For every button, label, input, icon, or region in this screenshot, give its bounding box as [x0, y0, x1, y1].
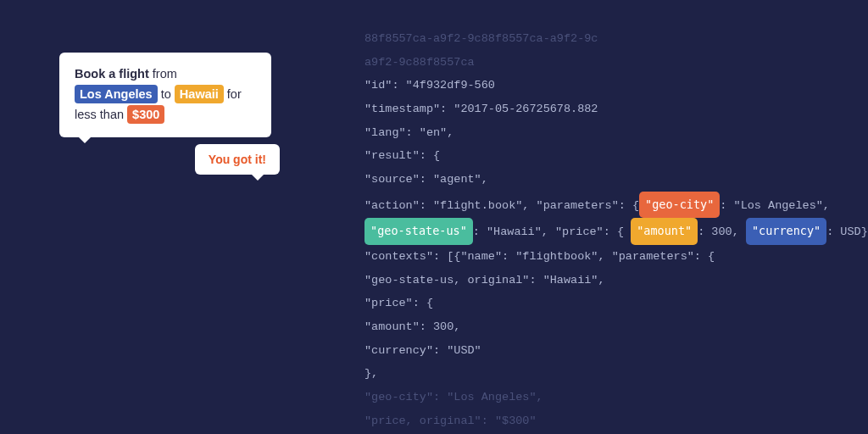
chat-panel: Book a flight from Los Angeles to Hawaii…	[59, 53, 271, 137]
code-line: "price": {	[364, 292, 839, 315]
param-tag-amount: "amount"	[631, 218, 698, 245]
code-line: "lang": "en",	[364, 121, 839, 145]
location-tag-hawaii: Hawaii	[175, 85, 224, 103]
code-line: 88f8557ca-a9f2-9c88f8557ca-a9f2-9c	[364, 27, 839, 51]
code-line: "geo-state-us, original": "Hawaii",	[364, 269, 839, 292]
user-text-bold: Book a flight	[75, 67, 149, 81]
code-line: "timestamp": "2017-05-26725678.882	[364, 97, 839, 121]
code-line: "geo-state-us": "Hawaii", "price": { "am…	[364, 218, 839, 245]
json-output-panel: 88f8557ca-a9f2-9c88f8557ca-a9f2-9c a9f2-…	[364, 27, 839, 432]
code-line: "id": "4f932df9-560	[364, 74, 839, 97]
code-line: a9f2-9c88f8557ca	[364, 51, 839, 75]
code-line: "action": "flight.book", "parameters": {…	[364, 192, 839, 219]
user-text: to	[158, 87, 175, 101]
user-text: from	[149, 67, 177, 81]
location-tag-los-angeles: Los Angeles	[75, 85, 158, 103]
code-line: "source": "agent",	[364, 168, 839, 192]
bot-message-bubble: You got it!	[195, 144, 280, 175]
code-line: },	[364, 362, 839, 386]
user-message-bubble: Book a flight from Los Angeles to Hawaii…	[59, 53, 271, 137]
param-tag-geo-city: "geo-city"	[639, 192, 720, 219]
code-line: "contexts": [{"name": "flightbook", "par…	[364, 245, 839, 269]
bot-text: You got it!	[209, 153, 266, 166]
param-tag-geo-state: "geo-state-us"	[364, 218, 473, 245]
price-tag: $300	[127, 105, 164, 124]
param-tag-currency: "currency"	[746, 218, 826, 245]
code-line: "amount": 300,	[364, 315, 839, 339]
code-line: "price, original": "$300"	[364, 409, 839, 433]
code-line: "currency": "USD"	[364, 339, 839, 363]
code-line: "geo-city": "Los Angeles",	[364, 386, 839, 409]
code-line: "result": {	[364, 144, 839, 168]
